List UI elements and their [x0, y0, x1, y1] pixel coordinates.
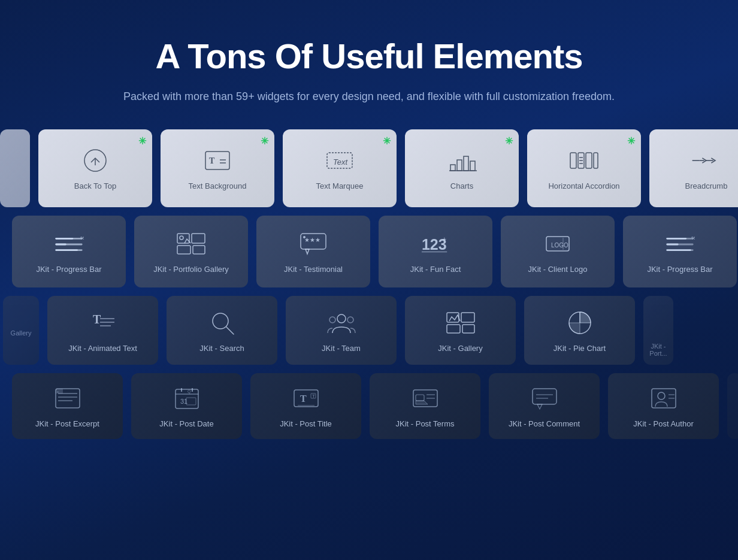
card-icon — [410, 383, 440, 413]
card-icon — [446, 308, 476, 338]
svg-point-32 — [180, 236, 183, 240]
card-icon: T — [202, 146, 232, 175]
card-icon: % — [54, 229, 84, 259]
card-label: JKit - Fun Fact — [410, 265, 461, 274]
card-label: Charts — [450, 181, 473, 190]
svg-text:%: % — [80, 236, 84, 241]
text-background-card[interactable]: ✳ T Text Background — [161, 129, 274, 207]
card-icon — [565, 308, 595, 338]
text-marquee-card[interactable]: ✳ Text Text Marquee — [283, 129, 397, 207]
svg-rect-76 — [186, 398, 196, 405]
card-icon: % — [665, 229, 695, 259]
jkit-post-title-card[interactable]: T T JKit - Post Title — [250, 373, 361, 439]
horizontal-accordion-card[interactable]: ✳ Horizontal Accordion — [527, 129, 641, 207]
svg-text:+: + — [57, 390, 59, 393]
widget-row-1: ✳ Back To Top ✳ T Text Background — [0, 129, 738, 207]
svg-text:T: T — [93, 313, 101, 326]
jkit-animated-text-card[interactable]: T JKit - Animated Text — [47, 296, 158, 365]
card-label-partial: Gallery — [11, 329, 32, 337]
svg-rect-13 — [586, 153, 592, 168]
card-label: Text Marquee — [316, 181, 364, 190]
card-icon — [80, 146, 110, 175]
svg-text:Q: Q — [187, 389, 191, 394]
svg-rect-30 — [177, 246, 190, 254]
jkit-post-terms-card[interactable]: JKit - Post Terms — [370, 373, 480, 439]
card-icon — [447, 146, 477, 175]
star-icon: ✳ — [505, 135, 513, 147]
card-icon: LOGO — [543, 229, 573, 259]
card-icon: T — [88, 308, 118, 338]
card-row3-partial-right[interactable]: JKit - Port... — [643, 296, 673, 365]
card-icon — [176, 229, 206, 259]
jkit-team-card[interactable]: JKit - Team — [286, 296, 397, 365]
jkit-client-logo-card[interactable]: LOGO JKit - Client Logo — [501, 216, 615, 287]
card-icon — [207, 308, 237, 338]
card-label: JKit - Pie Chart — [554, 344, 606, 353]
svg-point-56 — [337, 314, 346, 323]
svg-marker-34 — [306, 249, 309, 254]
jkit-progress-bar-2-card[interactable]: % JKit - Progress Bar — [623, 216, 737, 287]
card-label: JKit - Post Title — [280, 419, 332, 428]
card-label: JKit - Post Author — [633, 419, 693, 428]
jkit-post-date-card[interactable]: 31 Q JKit - Post Date — [131, 373, 242, 439]
jkit-post-excerpt-card[interactable]: + JKit - Post Excerpt — [12, 373, 123, 439]
svg-text:%: % — [691, 236, 695, 241]
svg-point-36 — [303, 236, 306, 238]
charts-card[interactable]: ✳ Charts — [405, 129, 519, 207]
card-label: JKit - Post Date — [159, 419, 213, 428]
card-label: JKit - Progress Bar — [647, 265, 712, 274]
back-to-top-card[interactable]: ✳ Back To Top — [38, 129, 152, 207]
svg-text:Text: Text — [333, 158, 348, 167]
svg-rect-14 — [594, 153, 598, 168]
widget-row-3: Gallery T JKit - Animated Text JKit - — [0, 296, 738, 365]
card-label: Back To Top — [74, 181, 116, 190]
svg-rect-88 — [533, 389, 556, 404]
jkit-portfolio-gallery-card[interactable]: JKit - Portfolio Gallery — [134, 216, 248, 287]
card-label-partial: JKit - Port... — [643, 343, 673, 357]
svg-point-57 — [329, 317, 335, 323]
card-label: JKit - Client Logo — [528, 265, 588, 274]
svg-rect-84 — [416, 395, 424, 401]
jkit-fun-fact-card[interactable]: 123 + JKit - Fun Fact — [379, 216, 492, 287]
card-label: JKit - Portfolio Gallery — [153, 265, 229, 274]
card-row4-partial[interactable] — [727, 373, 738, 439]
card-row3-partial-left[interactable]: Gallery — [3, 296, 39, 365]
svg-rect-31 — [193, 246, 205, 254]
jkit-pie-chart-card[interactable]: JKit - Pie Chart — [524, 296, 635, 365]
card-label: JKit - Search — [199, 344, 244, 353]
jkit-post-comment-card[interactable]: JKit - Post Comment — [489, 373, 600, 439]
card-label: JKit - Gallery — [438, 344, 482, 353]
svg-rect-60 — [461, 313, 474, 322]
jkit-testimonial-card[interactable]: ★★★ JKit - Testimonial — [256, 216, 370, 287]
card-label: Breadcrumb — [685, 181, 728, 190]
jkit-post-author-card[interactable]: JKit - Post Author — [608, 373, 719, 439]
card-icon — [530, 383, 559, 413]
card-label: Text Background — [189, 181, 247, 190]
card-icon: 31 Q — [172, 383, 202, 413]
svg-rect-6 — [450, 165, 455, 171]
widget-row-4: + JKit - Post Excerpt 31 Q JKit - Post D… — [0, 373, 738, 439]
jkit-gallery-2-card[interactable]: JKit - Gallery — [405, 296, 516, 365]
svg-text:+: + — [443, 235, 447, 243]
page-subtitle: Packed with more than 59+ widgets for ev… — [12, 88, 726, 105]
jkit-progress-bar-card[interactable]: % JKit - Progress Bar — [12, 216, 126, 287]
svg-line-55 — [226, 327, 234, 334]
card-icon: T T — [291, 383, 321, 413]
card-label: JKit - Animated Text — [68, 344, 137, 353]
breadcrumb-card[interactable]: ✳ Breadcrumb — [649, 129, 738, 207]
svg-text:★★★: ★★★ — [304, 237, 320, 243]
card-label: JKit - Team — [322, 344, 361, 353]
card-label: JKit - Testimonial — [284, 265, 343, 274]
widget-row-2: % JKit - Progress Bar JKit - Portfolio G… — [0, 216, 738, 287]
star-icon: ✳ — [261, 135, 268, 147]
card-partial[interactable] — [0, 129, 30, 207]
card-icon — [569, 146, 599, 175]
card-label: JKit - Post Comment — [509, 419, 580, 428]
card-icon: 123 + — [421, 229, 450, 259]
star-icon: ✳ — [138, 135, 146, 147]
jkit-search-card[interactable]: JKit - Search — [167, 296, 277, 365]
svg-rect-7 — [457, 160, 462, 171]
card-icon: ★★★ — [298, 229, 328, 259]
svg-text:T: T — [312, 393, 315, 399]
svg-marker-85 — [416, 401, 428, 404]
